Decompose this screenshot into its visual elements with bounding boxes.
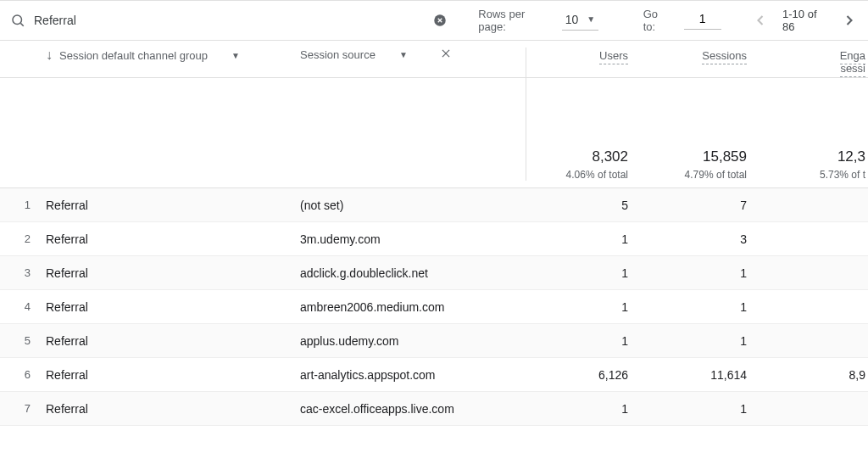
cell-session-source: art-analytics.appspot.com bbox=[300, 368, 526, 382]
metric-header-sessions[interactable]: Sessions bbox=[645, 48, 764, 62]
search-icon bbox=[10, 13, 25, 28]
cell-channel-group: Referral bbox=[46, 368, 300, 382]
table-row[interactable]: 4Referralambreen2006.medium.com11 bbox=[0, 290, 868, 324]
caret-down-icon: ▼ bbox=[587, 14, 595, 24]
table-row[interactable]: 1Referral(not set)57 bbox=[0, 188, 868, 222]
row-number: 4 bbox=[0, 300, 46, 313]
total-engaged: 12,3 5.73% of t bbox=[764, 148, 865, 181]
dimension-source-label: Session source bbox=[300, 48, 376, 61]
caret-down-icon: ▼ bbox=[399, 50, 408, 59]
metric-engaged-label-2: sessi bbox=[840, 62, 865, 77]
total-users-pct: 4.06% of total bbox=[526, 169, 628, 181]
cell-session-source: adclick.g.doubleclick.net bbox=[300, 266, 526, 280]
cell-sessions: 11,614 bbox=[645, 368, 764, 382]
cell-sessions: 1 bbox=[645, 300, 764, 314]
search-input[interactable] bbox=[34, 14, 424, 27]
row-number: 5 bbox=[0, 334, 46, 347]
cell-channel-group: Referral bbox=[46, 334, 300, 348]
table-row[interactable]: 6Referralart-analytics.appspot.com6,1261… bbox=[0, 358, 868, 392]
cell-users: 1 bbox=[526, 232, 645, 246]
dimension-header-session-source[interactable]: Session source ▼ bbox=[300, 48, 526, 62]
goto-label: Go to: bbox=[643, 8, 670, 33]
cell-sessions: 1 bbox=[645, 334, 764, 348]
svg-point-0 bbox=[13, 15, 22, 25]
cell-users: 1 bbox=[526, 266, 645, 280]
total-sessions-value: 15,859 bbox=[645, 148, 747, 165]
rows-per-page-label: Rows per page: bbox=[478, 8, 548, 33]
clear-search-button[interactable] bbox=[432, 12, 448, 29]
next-page-button[interactable] bbox=[841, 12, 858, 29]
row-number: 6 bbox=[0, 368, 46, 381]
column-header-row: ↓ Session default channel group ▼ Sessio… bbox=[0, 41, 868, 78]
total-engaged-pct: 5.73% of t bbox=[764, 169, 865, 181]
cell-session-source: (not set) bbox=[300, 199, 526, 212]
total-engaged-value: 12,3 bbox=[764, 148, 865, 165]
table-row[interactable]: 2Referral3m.udemy.com13 bbox=[0, 222, 868, 256]
remove-dimension-button[interactable] bbox=[440, 48, 452, 62]
table-row[interactable]: 3Referraladclick.g.doubleclick.net11 bbox=[0, 256, 868, 290]
cell-session-source: applus.udemy.com bbox=[300, 334, 526, 348]
row-number: 7 bbox=[0, 402, 46, 415]
page-range-label: 1-10 of 86 bbox=[782, 8, 827, 33]
total-sessions: 15,859 4.79% of total bbox=[645, 148, 764, 181]
cell-users: 6,126 bbox=[526, 368, 645, 382]
total-users-value: 8,302 bbox=[526, 148, 628, 165]
cell-channel-group: Referral bbox=[46, 232, 300, 246]
metric-header-engaged-sessions[interactable]: Enga sessi bbox=[764, 48, 865, 75]
cell-session-source: cac-excel.officeapps.live.com bbox=[300, 402, 526, 416]
rows-per-page-select[interactable]: 10 ▼ bbox=[562, 11, 598, 31]
cell-channel-group: Referral bbox=[46, 199, 300, 212]
table-toolbar: Rows per page: 10 ▼ Go to: 1-10 of 86 bbox=[0, 0, 868, 41]
cell-sessions: 7 bbox=[645, 199, 764, 212]
cell-session-source: 3m.udemy.com bbox=[300, 232, 526, 246]
metric-header-users[interactable]: Users bbox=[526, 48, 645, 62]
totals-row: 8,302 4.06% of total 15,859 4.79% of tot… bbox=[0, 78, 868, 188]
caret-down-icon: ▼ bbox=[231, 51, 240, 60]
cell-sessions: 1 bbox=[645, 266, 764, 280]
cell-engaged: 8,9 bbox=[764, 368, 865, 382]
row-number: 2 bbox=[0, 232, 46, 245]
metric-sessions-label: Sessions bbox=[702, 49, 747, 64]
table-row[interactable]: 7Referralcac-excel.officeapps.live.com11 bbox=[0, 392, 868, 426]
cell-users: 1 bbox=[526, 402, 645, 416]
total-users: 8,302 4.06% of total bbox=[526, 148, 645, 181]
dimension-channel-label: Session default channel group bbox=[59, 49, 208, 62]
cell-session-source: ambreen2006.medium.com bbox=[300, 300, 526, 314]
cell-sessions: 3 bbox=[645, 232, 764, 246]
rows-per-page-value: 10 bbox=[565, 13, 579, 26]
cell-users: 1 bbox=[526, 334, 645, 348]
prev-page-button[interactable] bbox=[752, 12, 769, 29]
goto-page-input[interactable] bbox=[684, 12, 721, 30]
cell-users: 5 bbox=[526, 199, 645, 212]
cell-channel-group: Referral bbox=[46, 402, 300, 416]
row-number: 1 bbox=[0, 199, 46, 211]
table-row[interactable]: 5Referralapplus.udemy.com11 bbox=[0, 324, 868, 358]
cell-users: 1 bbox=[526, 300, 645, 314]
cell-channel-group: Referral bbox=[46, 266, 300, 280]
cell-sessions: 1 bbox=[645, 402, 764, 416]
cell-channel-group: Referral bbox=[46, 300, 300, 314]
table-body: 1Referral(not set)572Referral3m.udemy.co… bbox=[0, 188, 868, 426]
row-number: 3 bbox=[0, 266, 46, 279]
svg-line-1 bbox=[20, 23, 23, 25]
metric-users-label: Users bbox=[599, 49, 628, 64]
total-sessions-pct: 4.79% of total bbox=[645, 169, 747, 181]
sort-descending-icon: ↓ bbox=[46, 48, 53, 63]
dimension-header-channel-group[interactable]: ↓ Session default channel group ▼ bbox=[46, 48, 300, 63]
